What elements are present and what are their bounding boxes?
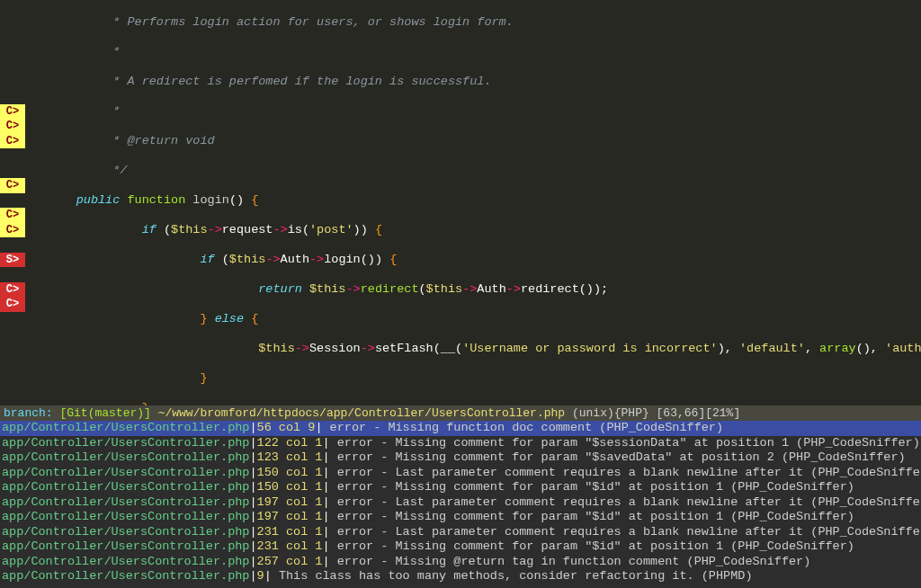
quickfix-window[interactable]: app/Controller/UsersController.php|56 co…: [0, 421, 921, 588]
status-meta: (unix){PHP} [63,66][21%]: [572, 406, 740, 420]
status-git: [Git(master)]: [59, 406, 150, 420]
code-line[interactable]: } else {: [25, 312, 921, 327]
warning-sign: C>: [0, 208, 25, 223]
quickfix-item[interactable]: app/Controller/UsersController.php|257 c…: [0, 555, 921, 570]
code-line[interactable]: */: [25, 164, 921, 179]
empty-line-tilde: ~: [0, 584, 921, 589]
gutter-line: [0, 312, 25, 327]
code-line[interactable]: *: [25, 45, 921, 60]
gutter-line: [0, 0, 25, 15]
quickfix-item[interactable]: app/Controller/UsersController.php|197 c…: [0, 510, 921, 525]
status-filepath: ~/www/bromford/httpdocs/app/Controller/U…: [158, 406, 565, 420]
code-line[interactable]: $this->Session->setFlash(__('Username or…: [25, 342, 921, 357]
gutter-line: [0, 30, 25, 45]
error-sign: S>: [0, 253, 25, 268]
gutter-line: [0, 59, 25, 75]
code-line[interactable]: }: [25, 371, 921, 387]
sign-column: C> C> C> C> C> C> S> C> C>: [0, 0, 25, 405]
code-line[interactable]: * @return void: [25, 134, 921, 149]
code-content[interactable]: * Performs login action for users, or sh…: [25, 0, 921, 405]
status-branch-label: branch:: [4, 406, 53, 420]
gutter-line: [0, 148, 25, 164]
warning-sign: C>: [0, 178, 25, 193]
error-sign: C>: [0, 282, 25, 298]
gutter-line: [0, 89, 25, 104]
warning-sign: C>: [0, 223, 25, 238]
error-sign: C>: [0, 297, 25, 312]
gutter-line: [0, 371, 25, 387]
gutter-line: [0, 164, 25, 179]
code-line[interactable]: * A redirect is perfomed if the login is…: [25, 75, 921, 90]
editor-pane: C> C> C> C> C> C> S> C> C> * Performs lo…: [0, 0, 921, 405]
code-line[interactable]: public function login() {: [25, 193, 921, 209]
gutter-line: [0, 356, 25, 371]
quickfix-item[interactable]: app/Controller/UsersController.php|150 c…: [0, 480, 921, 495]
gutter-line: [0, 237, 25, 253]
warning-sign: C>: [0, 104, 25, 120]
gutter-line: [0, 193, 25, 209]
gutter-line: [0, 45, 25, 60]
code-line[interactable]: if ($this->Auth->login()) {: [25, 253, 921, 268]
code-area[interactable]: C> C> C> C> C> C> S> C> C> * Performs lo…: [0, 0, 921, 405]
quickfix-item[interactable]: app/Controller/UsersController.php|231 c…: [0, 539, 921, 555]
gutter-line: [0, 386, 25, 401]
gutter-line: [0, 326, 25, 342]
quickfix-item[interactable]: app/Controller/UsersController.php|231 c…: [0, 525, 921, 540]
gutter-line: [0, 342, 25, 357]
code-line[interactable]: * Performs login action for users, or sh…: [25, 15, 921, 31]
quickfix-item[interactable]: app/Controller/UsersController.php|56 co…: [0, 421, 921, 436]
quickfix-item[interactable]: app/Controller/UsersController.php|197 c…: [0, 495, 921, 511]
quickfix-item[interactable]: app/Controller/UsersController.php|122 c…: [0, 436, 921, 451]
warning-sign: C>: [0, 119, 25, 134]
status-bar: branch: [Git(master)] ~/www/bromford/htt…: [0, 405, 921, 421]
code-line[interactable]: *: [25, 104, 921, 120]
warning-sign: C>: [0, 134, 25, 149]
code-line[interactable]: if ($this->request->is('post')) {: [25, 223, 921, 238]
code-line[interactable]: return $this->redirect($this->Auth->redi…: [25, 282, 921, 298]
gutter-line: [0, 75, 25, 90]
quickfix-item[interactable]: app/Controller/UsersController.php|150 c…: [0, 466, 921, 481]
gutter-line: [0, 15, 25, 31]
quickfix-item[interactable]: app/Controller/UsersController.php|123 c…: [0, 450, 921, 466]
quickfix-item[interactable]: app/Controller/UsersController.php|9| Th…: [0, 569, 921, 584]
gutter-line: [0, 267, 25, 282]
